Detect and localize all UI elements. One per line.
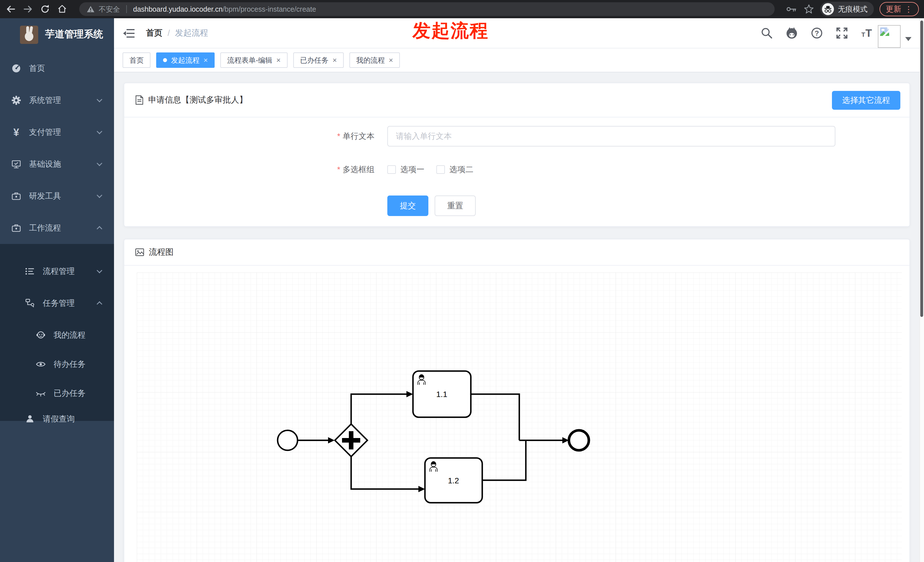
help-icon[interactable]: ?	[811, 27, 823, 39]
tab-label: 流程表单-编辑	[227, 55, 272, 65]
tab-label: 首页	[129, 55, 144, 65]
sidebar-item-payment[interactable]: ¥ 支付管理	[0, 121, 114, 144]
chevron-down-icon	[97, 97, 102, 102]
reload-icon[interactable]	[39, 3, 51, 15]
flow-edge-gateway-task12	[351, 457, 418, 489]
browser-toolbar: 不安全 dashboard.yudao.iocoder.cn/bpm/proce…	[0, 0, 924, 18]
not-secure-warning-icon[interactable]	[87, 5, 94, 13]
avatar-caret-icon[interactable]	[905, 37, 912, 41]
github-icon[interactable]	[786, 27, 798, 39]
flow-edge-task11-end	[471, 394, 519, 440]
url-path: /bpm/process-instance/create	[223, 5, 316, 13]
breadcrumb-home[interactable]: 首页	[146, 27, 162, 39]
close-icon[interactable]: ×	[276, 57, 281, 64]
sidebar-item-label: 系统管理	[29, 95, 61, 106]
page-url[interactable]: dashboard.yudao.iocoder.cn/bpm/process-i…	[133, 5, 316, 13]
breadcrumb-current: 发起流程	[175, 27, 208, 39]
bpmn-end-event[interactable]	[569, 430, 589, 450]
svg-text:¥: ¥	[14, 127, 19, 137]
apply-card-title: 申请信息【测试多审批人】	[148, 94, 248, 106]
address-bar[interactable]: 不安全 dashboard.yudao.iocoder.cn/bpm/proce…	[79, 2, 775, 16]
sidebar-logo-row[interactable]: 芋道管理系统	[0, 18, 114, 49]
flow-diagram-card: 流程图	[124, 239, 910, 562]
search-icon[interactable]	[760, 27, 773, 39]
single-line-text-input[interactable]	[387, 126, 836, 147]
flow-edge-task12-end	[482, 440, 526, 480]
app-logo	[20, 25, 38, 44]
sidebar-item-label: 研发工具	[29, 191, 61, 201]
scrollbar-thumb[interactable]	[920, 21, 923, 317]
checkbox-option-1[interactable]: 选项一	[387, 164, 424, 175]
avatar[interactable]	[878, 25, 901, 48]
checkbox-icon[interactable]	[387, 165, 396, 174]
browser-menu-kebab-icon[interactable]: ⋮	[904, 4, 913, 14]
form-row-single-line-text: *单行文本	[124, 126, 909, 147]
task-label: 1.1	[436, 390, 447, 399]
update-label: 更新	[886, 4, 901, 14]
form-row-buttons: 提交 重置	[124, 195, 909, 216]
bpmn-parallel-gateway[interactable]	[335, 424, 368, 457]
sidebar-item-leave-query[interactable]: 请假查询	[0, 408, 114, 430]
tab-start-process[interactable]: 发起流程×	[156, 52, 214, 68]
tab-process-form-edit[interactable]: 流程表单-编辑×	[220, 52, 288, 68]
sidebar-item-label: 流程管理	[43, 266, 75, 277]
tab-home[interactable]: 首页	[123, 52, 150, 68]
sidebar-item-label: 待办任务	[54, 359, 86, 370]
sidebar-item-workflow[interactable]: 工作流程	[0, 217, 114, 240]
checkbox-option-2[interactable]: 选项二	[436, 164, 473, 175]
bookmark-star-icon[interactable]	[803, 3, 814, 15]
sidebar-item-infrastructure[interactable]: 基础设施	[0, 153, 114, 175]
breadcrumb-separator: /	[168, 28, 170, 38]
tab-label: 我的流程	[356, 55, 385, 65]
tags-view-bar: 首页 发起流程× 流程表单-编辑× 已办任务× 我的流程×	[114, 48, 924, 72]
font-size-icon[interactable]: TT	[861, 27, 873, 39]
sidebar-item-dev-tools[interactable]: 研发工具	[0, 185, 114, 207]
checkbox-group: 选项一 选项二	[387, 165, 473, 174]
bpmn-user-task-1-2[interactable]: 1.2	[425, 458, 482, 503]
home-icon[interactable]	[56, 3, 68, 15]
back-icon[interactable]	[5, 3, 16, 15]
bpmn-canvas[interactable]: 1.1 1.2	[137, 273, 902, 562]
tab-my-process[interactable]: 我的流程×	[350, 52, 400, 68]
chevron-up-icon	[97, 301, 102, 307]
sidebar-item-label: 首页	[29, 63, 45, 74]
arrowhead-icon	[406, 391, 413, 397]
top-navbar: 首页 / 发起流程 ? TT	[114, 18, 924, 48]
app-title: 芋道管理系统	[45, 18, 103, 49]
submit-button[interactable]: 提交	[387, 195, 428, 216]
flow-card-title: 流程图	[149, 247, 174, 258]
tab-label: 已办任务	[300, 55, 328, 65]
sidebar-item-process-management[interactable]: 流程管理	[0, 260, 114, 283]
close-icon[interactable]: ×	[333, 57, 337, 64]
sidebar-item-home[interactable]: 首页	[0, 57, 114, 80]
bpmn-user-task-1-1[interactable]: 1.1	[413, 371, 471, 417]
incognito-badge: 无痕模式	[820, 2, 874, 16]
reset-button[interactable]: 重置	[435, 195, 476, 216]
gear-icon	[10, 95, 22, 105]
sidebar-collapse-icon[interactable]	[123, 28, 135, 39]
sidebar-item-my-process[interactable]: 我的流程	[0, 324, 114, 346]
close-icon[interactable]: ×	[204, 57, 208, 64]
flow-icon	[24, 298, 36, 308]
checkbox-icon[interactable]	[436, 165, 445, 174]
forward-icon[interactable]	[22, 3, 34, 15]
incognito-icon	[822, 3, 834, 15]
sidebar-item-label: 请假查询	[43, 414, 75, 424]
url-domain: dashboard.yudao.iocoder.cn	[133, 5, 223, 13]
bpmn-start-event[interactable]	[278, 430, 297, 450]
page-title-annotation: 发起流程	[412, 18, 489, 43]
sidebar-item-task-management[interactable]: 任务管理	[0, 292, 114, 315]
form-row-checkbox-group: *多选框组 选项一 选项二	[124, 165, 909, 174]
robot-icon	[35, 330, 47, 340]
sidebar-item-todo-tasks[interactable]: 待办任务	[0, 353, 114, 376]
tab-done-tasks[interactable]: 已办任务×	[293, 52, 344, 68]
password-key-icon[interactable]	[786, 3, 798, 15]
sidebar-item-system[interactable]: 系统管理	[0, 89, 114, 112]
update-button[interactable]: 更新 ⋮	[879, 2, 919, 16]
address-divider	[126, 5, 127, 13]
close-icon[interactable]: ×	[389, 57, 393, 64]
choose-other-process-button[interactable]: 选择其它流程	[832, 91, 900, 110]
sidebar-item-done-tasks[interactable]: 已办任务	[0, 382, 114, 405]
fullscreen-icon[interactable]	[836, 27, 848, 39]
svg-text:T: T	[866, 27, 872, 39]
